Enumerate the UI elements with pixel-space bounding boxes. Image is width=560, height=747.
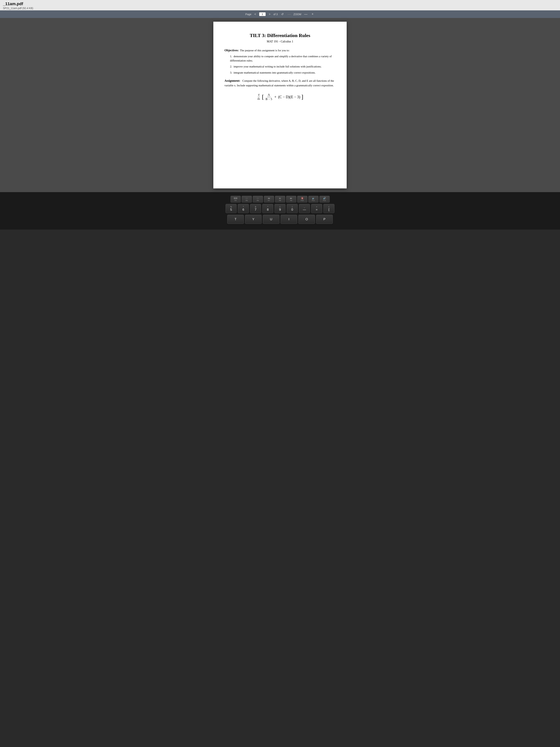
key-5-main: 5 (230, 208, 232, 212)
key-o[interactable]: O (298, 215, 315, 224)
key-equals[interactable]: + = (311, 204, 322, 213)
pdf-page: TILT 3: Differentiation Rules MAT 191 - … (213, 22, 347, 188)
key-f7[interactable]: ⏮ F7 (264, 196, 274, 203)
key-f12[interactable]: 🔊 F12 (319, 196, 330, 203)
f6-label: F6 (257, 200, 259, 201)
key-7[interactable]: & 7 (250, 204, 261, 213)
fraction-denominator: B − 5 (265, 97, 273, 101)
key-0-main: 0 (291, 208, 293, 212)
key-7-top: & (255, 206, 256, 208)
f11-label: F11 (312, 200, 315, 201)
key-f9[interactable]: ⏭ F9 (286, 196, 296, 203)
key-p[interactable]: P (316, 215, 333, 224)
key-8-main: 8 (267, 208, 268, 212)
key-u[interactable]: U (263, 215, 279, 224)
key-y[interactable]: Y (245, 215, 262, 224)
page-number-input[interactable] (259, 12, 266, 16)
keyboard: ⊞⊞ F4 ⋯ F5 ⋯ F6 ⏮ F7 ⏯ F8 ⏭ F9 (197, 196, 363, 224)
next-page-button[interactable]: > (268, 12, 271, 16)
plus-sign: + (273, 95, 277, 99)
key-f4[interactable]: ⊞⊞ F4 (231, 196, 241, 203)
fn-key-row: ⊞⊞ F4 ⋯ F5 ⋯ F6 ⏮ F7 ⏯ F8 ⏭ F9 (197, 196, 363, 203)
key-6-top: ^ (243, 206, 244, 208)
key-8[interactable]: * 8 (262, 204, 273, 213)
key-5[interactable]: % 5 (225, 204, 237, 213)
key-bracket-top: { (328, 206, 329, 208)
list-item: 3. integrate mathematical statements int… (230, 71, 336, 75)
key-6[interactable]: ^ 6 (238, 204, 249, 213)
key-i-label: I (289, 217, 289, 221)
f4-icon: ⊞⊞ (234, 197, 237, 200)
key-bracket[interactable]: { [ (323, 204, 335, 213)
key-6-main: 6 (242, 208, 244, 212)
key-t-label: T (235, 217, 237, 221)
f12-label: F12 (323, 200, 326, 201)
key-f10[interactable]: 🔇 F10 (297, 196, 308, 203)
f5-label: F5 (246, 200, 248, 201)
key-f8[interactable]: ⏯ F8 (275, 196, 285, 203)
key-0-top: ) (292, 206, 292, 208)
f7-icon: ⏮ (268, 197, 270, 200)
objectives-intro: The purpose of this assignment is for yo… (240, 49, 289, 52)
objective-2-text: improve your mathematical writing to inc… (234, 65, 321, 68)
f9-label: F9 (290, 200, 292, 201)
key-9[interactable]: ( 9 (274, 204, 286, 213)
file-subtitle: SP21_11am.pdf (92.4 KB) (3, 7, 557, 10)
key-p-label: P (323, 217, 325, 221)
assignment-label: Assignment: (224, 79, 240, 82)
fraction-numerator: A (267, 93, 271, 97)
zoom-label: ZOOM (294, 13, 301, 16)
math-formula-container: d dx [ A B − 5 + (C − D)(E − 3) ] (224, 93, 336, 101)
right-bracket: ] (301, 94, 303, 100)
page-label: Page (245, 13, 251, 16)
key-0[interactable]: ) 0 (287, 204, 298, 213)
key-9-top: ( (279, 206, 280, 208)
f8-icon: ⏯ (279, 197, 281, 200)
formula-inner: A B − 5 + (C − D)(E − 3) (265, 93, 300, 101)
key-minus[interactable]: _ — (299, 204, 310, 213)
key-minus-top: _ (304, 206, 305, 208)
zoom-minus-button[interactable]: — (303, 12, 309, 17)
product-term: (C − D)(E − 3) (278, 95, 300, 99)
reload-button[interactable]: ↺ (279, 12, 285, 16)
list-item: 1. demonstrate your ability to compute a… (230, 54, 336, 62)
objectives-list: 1. demonstrate your ability to compute a… (230, 54, 336, 75)
deriv-numerator: d (258, 93, 260, 97)
key-5-top: % (230, 206, 232, 208)
key-f5[interactable]: ⋯ F5 (242, 196, 252, 203)
deriv-denominator: dx (257, 97, 260, 101)
f6-icon: ⋯ (257, 197, 259, 200)
pdf-content-wrapper: TILT 3: Differentiation Rules MAT 191 - … (0, 18, 560, 192)
key-i[interactable]: I (281, 215, 297, 224)
zoom-plus-button[interactable]: + (311, 12, 315, 17)
inner-fraction: A B − 5 (265, 93, 273, 101)
objective-1-text: demonstrate your ability to compute and … (230, 55, 332, 62)
doc-title: TILT 3: Differentiation Rules (224, 33, 336, 38)
f4-label: F4 (235, 200, 237, 201)
assignment-text: Compute the following derivative, where … (224, 79, 334, 87)
f11-icon: 🔉 (312, 197, 315, 200)
key-f11[interactable]: 🔉 F11 (308, 196, 319, 203)
key-7-main: 7 (255, 208, 256, 212)
objectives-label: Objectives: (224, 49, 239, 52)
f8-label: F8 (279, 200, 281, 201)
key-8-top: * (267, 206, 268, 208)
key-f6[interactable]: ⋯ F6 (253, 196, 263, 203)
assignment-paragraph: Assignment: Compute the following deriva… (224, 78, 336, 87)
f5-icon: ⋯ (245, 197, 248, 200)
file-title: _11am.pdf (3, 1, 557, 6)
prev-page-button[interactable]: < (254, 12, 257, 16)
key-equals-top: + (316, 206, 317, 208)
pdf-toolbar: Page < > of 3 ↺ — ZOOM — + (0, 10, 560, 18)
key-equals-main: = (316, 208, 318, 212)
keyboard-area: ⊞⊞ F4 ⋯ F5 ⋯ F6 ⏮ F7 ⏯ F8 ⏭ F9 (0, 192, 560, 230)
toolbar-separator: — (288, 12, 291, 16)
math-formula: d dx [ A B − 5 + (C − D)(E − 3) ] (257, 93, 303, 101)
top-bar: _11am.pdf SP21_11am.pdf (92.4 KB) (0, 0, 560, 10)
left-bracket: [ (262, 94, 264, 100)
key-9-main: 9 (279, 208, 281, 212)
key-u-label: U (270, 217, 272, 221)
of-pages-label: of 3 (273, 13, 277, 16)
key-t[interactable]: T (227, 215, 244, 224)
f12-icon: 🔊 (323, 197, 326, 200)
